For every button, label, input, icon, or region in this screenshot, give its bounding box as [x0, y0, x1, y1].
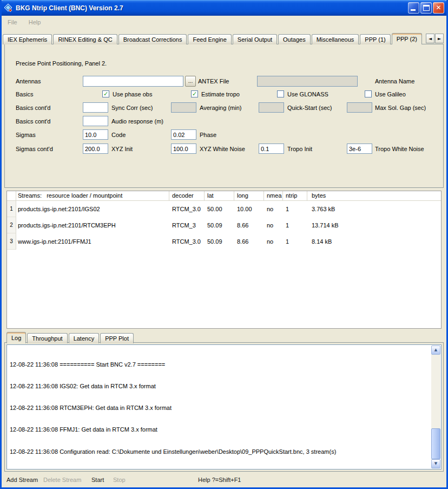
header-decoder[interactable]: decoder: [169, 191, 205, 200]
tab-miscellaneous[interactable]: Miscellaneous: [312, 34, 359, 44]
tropo-init-input[interactable]: [259, 144, 284, 154]
tab-outages[interactable]: Outages: [278, 34, 311, 44]
row-number: 1: [7, 201, 16, 217]
estimate-tropo-checkbox[interactable]: ✓: [191, 90, 198, 97]
table-row[interactable]: 2 products.igs-ip.net:2101/RTCM3EPH RTCM…: [7, 217, 441, 233]
scrollbar-thumb[interactable]: [431, 428, 440, 459]
tab-ppp-1[interactable]: PPP (1): [360, 34, 390, 44]
maximize-button[interactable]: [420, 2, 432, 14]
stop-button: Stop: [113, 477, 126, 483]
scroll-up-icon[interactable]: ▲: [431, 345, 440, 355]
tab-scroll-left-icon[interactable]: ◄: [426, 34, 434, 43]
xyz-init-input[interactable]: [83, 144, 108, 154]
sigmas-contd-label: Sigmas cont'd: [16, 145, 53, 153]
cell-mountpoint: products.igs-ip.net:2101/RTCM3EPH: [16, 217, 169, 233]
help-shortcut-label: Help ?=Shift+F1: [198, 477, 241, 483]
log-line: 12-08-22 11:36:08 Configuration read: C:…: [10, 448, 429, 455]
tab-serial-output[interactable]: Serial Output: [233, 34, 277, 44]
tab-latency[interactable]: Latency: [69, 333, 100, 343]
table-row[interactable]: 3 www.igs-ip.net:2101/FFMJ1 RTCM_3.0 50.…: [7, 233, 441, 250]
header-long[interactable]: long: [234, 191, 264, 200]
header-ntrip[interactable]: ntrip: [283, 191, 307, 200]
tab-rinex-editing-qc[interactable]: RINEX Editing & QC: [53, 34, 117, 44]
footer-bar: Add Stream Delete Stream Start Stop Help…: [2, 472, 446, 487]
cell-decoder: RTCM_3.0: [169, 233, 205, 250]
header-mountpoint[interactable]: Streams: resource loader / mountpoint: [16, 191, 169, 200]
scroll-down-icon[interactable]: ▼: [431, 459, 440, 468]
audio-response-input[interactable]: [83, 116, 108, 126]
title-bar[interactable]: BKG Ntrip Client (BNC) Version 2.7 ✕: [0, 0, 448, 16]
log-line: 12-08-22 11:36:08 FFMJ1: Get data in RTC…: [10, 426, 429, 433]
tab-log[interactable]: Log: [6, 332, 26, 343]
sync-corr-label: Sync Corr (sec): [111, 104, 153, 112]
cell-ntrip: 1: [283, 217, 307, 233]
max-sol-gap-input: [347, 102, 372, 113]
max-sol-gap-label: Max Sol. Gap (sec): [375, 104, 426, 112]
tab-iex-ephemeris[interactable]: IEX Ephemeris: [3, 34, 52, 44]
antennas-input[interactable]: [83, 76, 183, 87]
use-glonass-checkbox[interactable]: [277, 90, 284, 97]
header-bytes[interactable]: bytes: [307, 191, 441, 200]
tropo-white-noise-label: Tropo White Noise: [375, 145, 424, 153]
xyz-white-noise-input[interactable]: [171, 144, 196, 154]
tab-scroll-right-icon[interactable]: ►: [435, 34, 444, 43]
cell-nmea: no: [264, 201, 283, 217]
minimize-icon: [411, 9, 416, 11]
tropo-white-noise-input[interactable]: [347, 144, 372, 154]
tab-throughput[interactable]: Throughput: [27, 333, 67, 343]
panel-description: Precise Point Positioning, Panel 2.: [16, 60, 107, 67]
start-button[interactable]: Start: [91, 477, 104, 483]
cell-decoder: RTCM_3.0: [169, 201, 205, 217]
cell-mountpoint: products.igs-ip.net:2101/IGS02: [16, 201, 169, 217]
add-stream-button[interactable]: Add Stream: [6, 477, 38, 483]
close-button[interactable]: ✕: [433, 2, 444, 14]
quick-start-input: [259, 102, 284, 113]
sigma-code-input[interactable]: [83, 129, 108, 140]
cell-decoder: RTCM_3: [169, 217, 205, 233]
log-scrollbar[interactable]: ▲ ▼: [431, 345, 440, 468]
window-title: BKG Ntrip Client (BNC) Version 2.7: [16, 4, 123, 12]
use-phase-obs-checkbox[interactable]: ✓: [102, 90, 109, 97]
averaging-label: Averaging (min): [200, 104, 241, 112]
header-lat[interactable]: lat: [205, 191, 234, 200]
sigma-phase-input[interactable]: [171, 129, 196, 140]
cell-lat: 50.00: [205, 201, 234, 217]
header-nmea[interactable]: nmea: [264, 191, 283, 200]
app-icon: [4, 3, 13, 12]
tab-broadcast-corrections[interactable]: Broadcast Corrections: [118, 34, 187, 44]
estimate-tropo-label: Estimate tropo: [201, 90, 240, 98]
sigma-code-label: Code: [111, 131, 126, 139]
tropo-init-label: Tropo Init: [287, 145, 312, 153]
minimize-button[interactable]: [408, 2, 419, 14]
menu-file[interactable]: File: [6, 18, 18, 27]
use-galileo-checkbox[interactable]: [365, 90, 372, 97]
header-corner: [7, 191, 16, 200]
log-pane: 12-08-22 11:36:08 ========== Start BNC v…: [4, 342, 444, 472]
tab-ppp-2[interactable]: PPP (2): [392, 33, 422, 44]
log-box: 12-08-22 11:36:08 ========== Start BNC v…: [6, 344, 442, 470]
bnc-window: BKG Ntrip Client (BNC) Version 2.7 ✕ Fil…: [0, 0, 448, 489]
xyz-init-label: XYZ Init: [111, 145, 133, 153]
basics-contd-label: Basics cont'd: [16, 104, 50, 112]
averaging-input: [171, 102, 196, 113]
streams-table-header: Streams: resource loader / mountpoint de…: [7, 191, 441, 201]
cell-long: 8.66: [234, 217, 264, 233]
sync-corr-input[interactable]: [83, 102, 108, 113]
cell-nmea: no: [264, 217, 283, 233]
menu-bar: File Help: [2, 16, 446, 28]
cell-bytes: 3.763 kB: [307, 201, 441, 217]
antex-browse-button[interactable]: ...: [185, 76, 196, 87]
log-line: 12-08-22 11:36:08 RTCM3EPH: Get data in …: [10, 405, 429, 412]
sigmas-label: Sigmas: [16, 131, 36, 139]
basics-label: Basics: [16, 90, 33, 98]
log-line: 12-08-22 11:36:08 IGS02: Get data in RTC…: [10, 383, 429, 390]
cell-mountpoint: www.igs-ip.net:2101/FFMJ1: [16, 233, 169, 250]
cell-nmea: no: [264, 233, 283, 250]
tab-feed-engine[interactable]: Feed Engine: [188, 34, 231, 44]
table-row[interactable]: 1 products.igs-ip.net:2101/IGS02 RTCM_3.…: [7, 201, 441, 217]
bottom-tab-bar: Log Throughput Latency PPP Plot: [6, 332, 135, 343]
antenna-name-label: Antenna Name: [375, 77, 414, 85]
tab-ppp-plot[interactable]: PPP Plot: [100, 333, 134, 343]
menu-help[interactable]: Help: [28, 18, 42, 27]
close-icon: ✕: [436, 4, 441, 11]
